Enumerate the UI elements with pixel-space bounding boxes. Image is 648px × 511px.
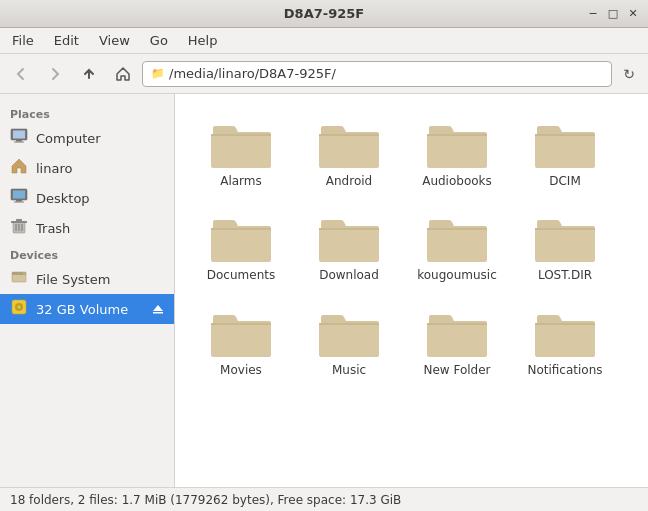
- svg-rect-1: [13, 131, 25, 139]
- devices-label: Devices: [0, 243, 174, 264]
- folder-item-movies[interactable]: Movies: [191, 299, 291, 385]
- folder-icon: [209, 118, 273, 170]
- folder-item-kougoumusic[interactable]: kougoumusic: [407, 204, 507, 290]
- folder-name: Notifications: [527, 363, 602, 377]
- svg-marker-20: [153, 305, 163, 311]
- places-label: Places: [0, 102, 174, 123]
- folder-name: Music: [332, 363, 366, 377]
- sidebar: Places Computer linaro: [0, 94, 175, 487]
- folder-icon: [317, 118, 381, 170]
- folder-icon: [533, 307, 597, 359]
- folder-name: Download: [319, 268, 379, 282]
- svg-rect-9: [11, 221, 27, 223]
- sidebar-item-trash[interactable]: Trash: [0, 213, 174, 243]
- svg-rect-5: [13, 191, 25, 199]
- folder-item-audiobooks[interactable]: Audiobooks: [407, 110, 507, 196]
- folder-item-documents[interactable]: Documents: [191, 204, 291, 290]
- status-text: 18 folders, 2 files: 1.7 MiB (1779262 by…: [10, 493, 401, 507]
- content-area: Places Computer linaro: [0, 94, 648, 487]
- volume-icon: [10, 298, 28, 320]
- statusbar: 18 folders, 2 files: 1.7 MiB (1779262 by…: [0, 487, 648, 511]
- sidebar-label-trash: Trash: [36, 221, 70, 236]
- svg-rect-10: [16, 219, 22, 221]
- sidebar-item-computer[interactable]: Computer: [0, 123, 174, 153]
- computer-icon: [10, 127, 28, 149]
- folder-item-download[interactable]: Download: [299, 204, 399, 290]
- folder-icon: [209, 212, 273, 264]
- svg-rect-2: [16, 140, 22, 142]
- menu-view[interactable]: View: [91, 31, 138, 50]
- svg-point-16: [23, 273, 25, 275]
- sidebar-item-linaro[interactable]: linaro: [0, 153, 174, 183]
- sidebar-label-32gb: 32 GB Volume: [36, 302, 128, 317]
- up-button[interactable]: [74, 59, 104, 89]
- menu-file[interactable]: File: [4, 31, 42, 50]
- sidebar-item-filesystem[interactable]: File System: [0, 264, 174, 294]
- menubar: File Edit View Go Help: [0, 28, 648, 54]
- window-controls: ─ □ ✕: [584, 5, 642, 23]
- sidebar-label-desktop: Desktop: [36, 191, 90, 206]
- forward-button[interactable]: [40, 59, 70, 89]
- folder-name: New Folder: [423, 363, 490, 377]
- refresh-button[interactable]: ↻: [616, 61, 642, 87]
- eject-icon[interactable]: [152, 303, 164, 315]
- svg-rect-3: [14, 142, 24, 143]
- folder-icon: [209, 307, 273, 359]
- close-button[interactable]: ✕: [624, 5, 642, 23]
- location-path: /media/linaro/D8A7-925F/: [169, 66, 336, 81]
- home-button[interactable]: [108, 59, 138, 89]
- maximize-button[interactable]: □: [604, 5, 622, 23]
- svg-rect-21: [153, 312, 163, 314]
- folder-icon: [425, 212, 489, 264]
- folder-item-android[interactable]: Android: [299, 110, 399, 196]
- folder-name: Documents: [207, 268, 275, 282]
- sidebar-item-32gb[interactable]: 32 GB Volume: [0, 294, 174, 324]
- menu-edit[interactable]: Edit: [46, 31, 87, 50]
- folder-item-music[interactable]: Music: [299, 299, 399, 385]
- folder-name: kougoumusic: [417, 268, 497, 282]
- desktop-icon: [10, 187, 28, 209]
- sidebar-label-filesystem: File System: [36, 272, 110, 287]
- svg-point-19: [18, 306, 21, 309]
- folder-icon: [425, 118, 489, 170]
- folder-icon: [317, 212, 381, 264]
- titlebar: D8A7-925F ─ □ ✕: [0, 0, 648, 28]
- sidebar-label-computer: Computer: [36, 131, 101, 146]
- folder-name: Movies: [220, 363, 262, 377]
- window-title: D8A7-925F: [284, 6, 364, 21]
- folder-grid: Alarms Android Audiobooks: [175, 94, 648, 487]
- home-icon: [10, 157, 28, 179]
- location-folder-icon: 📁: [151, 67, 165, 80]
- folder-name: Android: [326, 174, 372, 188]
- folder-name: Alarms: [220, 174, 262, 188]
- toolbar: 📁 /media/linaro/D8A7-925F/ ↻: [0, 54, 648, 94]
- folder-item-notifications[interactable]: Notifications: [515, 299, 615, 385]
- folder-icon: [317, 307, 381, 359]
- svg-rect-6: [16, 200, 22, 202]
- sidebar-item-desktop[interactable]: Desktop: [0, 183, 174, 213]
- menu-go[interactable]: Go: [142, 31, 176, 50]
- sidebar-label-linaro: linaro: [36, 161, 72, 176]
- folder-icon: [533, 118, 597, 170]
- folder-name: DCIM: [549, 174, 581, 188]
- filesystem-icon: [10, 268, 28, 290]
- folder-item-alarms[interactable]: Alarms: [191, 110, 291, 196]
- folder-item-lostdir[interactable]: LOST.DIR: [515, 204, 615, 290]
- folder-name: Audiobooks: [422, 174, 492, 188]
- location-bar[interactable]: 📁 /media/linaro/D8A7-925F/: [142, 61, 612, 87]
- folder-icon: [533, 212, 597, 264]
- folder-icon: [425, 307, 489, 359]
- svg-rect-7: [14, 202, 24, 203]
- minimize-button[interactable]: ─: [584, 5, 602, 23]
- folder-name: LOST.DIR: [538, 268, 592, 282]
- folder-item-dcim[interactable]: DCIM: [515, 110, 615, 196]
- menu-help[interactable]: Help: [180, 31, 226, 50]
- trash-icon: [10, 217, 28, 239]
- folder-item-newfolder[interactable]: New Folder: [407, 299, 507, 385]
- back-button[interactable]: [6, 59, 36, 89]
